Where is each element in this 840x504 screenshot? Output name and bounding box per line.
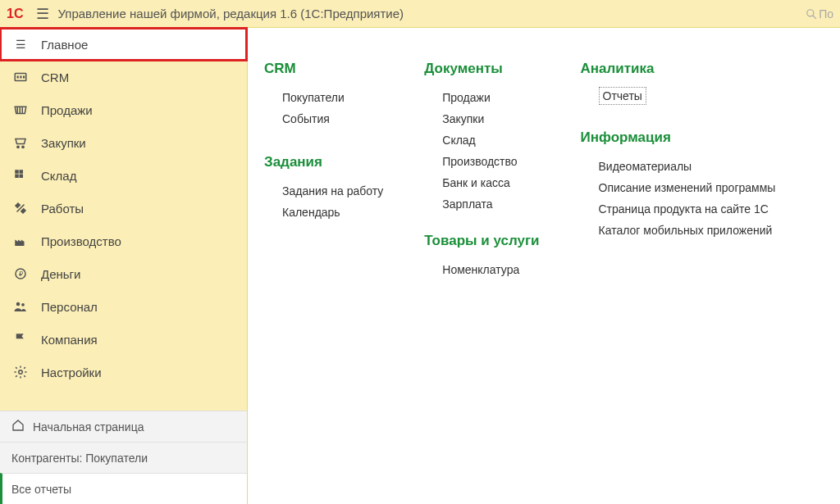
sidebar-item-label: Деньги bbox=[41, 267, 80, 281]
svg-point-19 bbox=[19, 370, 23, 375]
svg-point-10 bbox=[22, 146, 24, 148]
sidebar-item-label: Работы bbox=[41, 202, 84, 216]
link-reports[interactable]: Отчеты bbox=[599, 87, 646, 105]
col-analytics-info: Аналитика Отчеты Информация Видеоматериа… bbox=[581, 61, 776, 504]
tools-icon bbox=[11, 201, 30, 216]
group-title-crm: CRM bbox=[264, 61, 383, 77]
crm-icon bbox=[11, 70, 30, 84]
sales-icon bbox=[11, 102, 30, 117]
sidebar-item-settings[interactable]: Настройки bbox=[0, 356, 247, 388]
bottom-item-label: Начальная страница bbox=[33, 420, 144, 434]
search-icon bbox=[806, 8, 817, 20]
bottom-item-label: Все отчеты bbox=[11, 483, 71, 496]
svg-line-1 bbox=[813, 15, 816, 18]
svg-rect-14 bbox=[20, 170, 24, 174]
factory-icon bbox=[11, 234, 30, 248]
link-salary[interactable]: Зарплата bbox=[424, 193, 539, 215]
sidebar-item-purchases[interactable]: Закупки bbox=[0, 126, 247, 159]
logo-1c: 1C bbox=[7, 7, 23, 21]
link-warehouse[interactable]: Склад bbox=[424, 129, 539, 151]
svg-point-17 bbox=[16, 302, 21, 306]
svg-rect-11 bbox=[15, 175, 19, 179]
menu-icon[interactable]: ☰ bbox=[36, 5, 49, 23]
link-changelog[interactable]: Описание изменений программы bbox=[581, 177, 776, 198]
group-title-info: Информация bbox=[581, 129, 776, 146]
search-box[interactable]: По bbox=[806, 7, 833, 20]
search-placeholder: По bbox=[819, 7, 833, 20]
warehouse-icon bbox=[11, 168, 30, 183]
sidebar: ☰ Главное CRM Продажи Закупки Склад Рабо… bbox=[0, 28, 248, 504]
group-title-tasks: Задания bbox=[264, 154, 383, 170]
link-buyers[interactable]: Покупатели bbox=[264, 87, 383, 108]
link-mobile-apps[interactable]: Каталог мобильных приложений bbox=[581, 220, 776, 241]
money-icon: ₽ bbox=[11, 266, 30, 281]
app-header: 1C ☰ Управление нашей фирмой, редакция 1… bbox=[0, 0, 840, 28]
svg-rect-4 bbox=[20, 76, 21, 79]
svg-point-0 bbox=[807, 9, 814, 16]
sidebar-item-warehouse[interactable]: Склад bbox=[0, 159, 247, 192]
link-videos[interactable]: Видеоматериалы bbox=[581, 156, 776, 177]
link-bank-cash[interactable]: Банк и касса bbox=[424, 172, 539, 193]
link-sales[interactable]: Продажи bbox=[424, 87, 539, 108]
svg-rect-3 bbox=[17, 76, 19, 79]
sidebar-item-main[interactable]: ☰ Главное bbox=[0, 28, 247, 61]
sidebar-item-label: Компания bbox=[41, 333, 98, 347]
bottom-item-contractors[interactable]: Контрагенты: Покупатели bbox=[0, 442, 247, 473]
sidebar-item-label: Продажи bbox=[41, 103, 93, 117]
bottom-item-reports[interactable]: Все отчеты bbox=[0, 473, 247, 504]
col-crm-tasks: CRM Покупатели События Задания Задания н… bbox=[264, 61, 383, 504]
sidebar-item-sales[interactable]: Продажи bbox=[0, 93, 247, 126]
sidebar-item-works[interactable]: Работы bbox=[0, 192, 247, 225]
sidebar-item-company[interactable]: Компания bbox=[0, 323, 247, 356]
svg-rect-12 bbox=[20, 175, 24, 179]
link-events[interactable]: События bbox=[264, 108, 383, 129]
gear-icon bbox=[11, 365, 30, 379]
sidebar-item-money[interactable]: ₽ Деньги bbox=[0, 257, 247, 290]
sidebar-item-label: CRM bbox=[41, 70, 69, 84]
cart-icon bbox=[11, 135, 30, 150]
window-title: Управление нашей фирмой, редакция 1.6 (1… bbox=[57, 7, 404, 20]
bottom-item-label: Контрагенты: Покупатели bbox=[11, 452, 148, 465]
people-icon bbox=[11, 299, 30, 314]
link-calendar[interactable]: Календарь bbox=[264, 202, 383, 223]
link-work-tasks[interactable]: Задания на работу bbox=[264, 180, 383, 202]
svg-text:₽: ₽ bbox=[19, 270, 23, 278]
sidebar-item-label: Производство bbox=[41, 234, 121, 248]
sidebar-item-production[interactable]: Производство bbox=[0, 225, 247, 257]
sidebar-item-personnel[interactable]: Персонал bbox=[0, 290, 247, 323]
link-nomenclature[interactable]: Номенклатура bbox=[424, 259, 539, 280]
group-title-analytics: Аналитика bbox=[581, 61, 776, 77]
sidebar-item-label: Склад bbox=[41, 169, 76, 183]
col-documents-goods: Документы Продажи Закупки Склад Производ… bbox=[424, 61, 539, 504]
main-content: CRM Покупатели События Задания Задания н… bbox=[248, 28, 840, 504]
sidebar-item-crm[interactable]: CRM bbox=[0, 61, 247, 93]
svg-point-9 bbox=[17, 146, 19, 148]
svg-rect-5 bbox=[23, 76, 25, 79]
svg-rect-13 bbox=[15, 170, 19, 174]
link-product-page[interactable]: Страница продукта на сайте 1С bbox=[581, 198, 776, 220]
svg-point-18 bbox=[21, 303, 25, 306]
home-icon bbox=[11, 419, 25, 434]
flag-icon bbox=[11, 332, 30, 347]
link-purchases[interactable]: Закупки bbox=[424, 108, 539, 129]
group-title-documents: Документы bbox=[424, 61, 539, 77]
sidebar-item-label: Главное bbox=[41, 38, 88, 52]
link-production[interactable]: Производство bbox=[424, 151, 539, 172]
group-title-goods: Товары и услуги bbox=[424, 233, 539, 249]
sidebar-item-label: Закупки bbox=[41, 136, 86, 150]
list-icon: ☰ bbox=[11, 38, 30, 51]
bottom-item-home[interactable]: Начальная страница bbox=[0, 411, 247, 442]
sidebar-item-label: Персонал bbox=[41, 300, 98, 314]
sidebar-item-label: Настройки bbox=[41, 366, 102, 379]
